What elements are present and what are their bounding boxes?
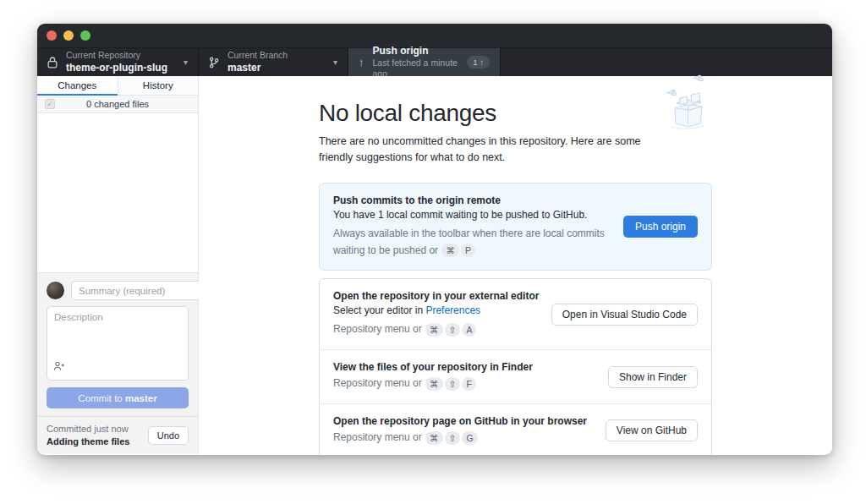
zoom-button[interactable] [80,30,90,41]
suggestions-group: Open the repository in your external edi… [319,278,712,455]
card-title: Push commits to the origin remote [333,194,611,206]
push-origin-button[interactable]: Push origin [623,216,698,238]
traffic-lights [47,30,90,41]
cmd-key: ⌘ [425,431,443,445]
card-title: View the files of your repository in Fin… [333,361,596,373]
summary-input[interactable] [71,281,216,300]
p-key: P [461,244,475,257]
cmd-key: ⌘ [425,323,443,337]
branch-name: master [227,62,328,74]
view-on-github-button[interactable]: View on GitHub [606,419,698,441]
repository-label: Current Repository [66,50,178,61]
add-coauthor-icon[interactable] [53,359,65,375]
shift-key: ⇧ [445,431,461,445]
card-hint: Repository menu or ⌘⇧A [333,321,540,338]
editor-suggestion-card: Open the repository in your external edi… [320,279,711,349]
shift-key: ⇧ [445,377,461,391]
undo-button[interactable]: Undo [148,426,189,445]
github-suggestion-card: Open the repository page on GitHub in yo… [320,403,711,455]
undo-bar: Committed just now Adding theme files Un… [37,416,198,454]
avatar [47,282,64,299]
repository-name: theme-or-plugin-slug [66,62,178,74]
toolbar: Current Repository theme-or-plugin-slug … [37,47,832,76]
chevron-down-icon: ▾ [184,58,188,67]
no-changes-illustration [663,74,712,134]
preferences-link[interactable]: Preferences [425,304,480,316]
minimize-button[interactable] [63,30,74,41]
a-key: A [462,323,476,337]
page-title: No local changes [319,100,712,127]
card-title: Open the repository in your external edi… [333,290,540,302]
show-in-finder-button[interactable]: Show in Finder [608,366,698,388]
cmd-key: ⌘ [425,377,443,391]
changed-files-count: 0 changed files [37,99,198,109]
card-hint: Repository menu or ⌘⇧G [333,430,594,446]
push-count-badge: 1 ↑ [467,56,490,68]
push-label: Push origin [373,45,463,58]
g-key: G [462,431,477,445]
sidebar-tabbar: Changes History [37,76,198,96]
shift-key: ⇧ [445,323,461,337]
commit-button[interactable]: Commit to master [47,387,189,408]
card-body: Select your editor in Preferences [333,304,540,316]
main-panel: No local changes There are no uncommitte… [199,76,832,454]
card-body: You have 1 local commit waiting to be pu… [333,209,611,221]
current-branch-button[interactable]: Current Branch master ▾ [199,48,348,76]
branch-icon [209,57,219,68]
lock-icon [47,57,58,68]
select-all-checkbox[interactable]: ✓ [45,99,55,109]
commit-message: Adding theme files [47,436,129,448]
changed-files-row: ✓ 0 changed files [37,96,198,113]
tab-history[interactable]: History [118,76,199,96]
description-box [47,306,189,381]
commit-form: Commit to master [37,272,198,416]
chevron-down-icon: ▾ [333,58,337,67]
arrow-up-icon: ↑ [359,56,364,68]
app-window: Current Repository theme-or-plugin-slug … [37,24,832,455]
description-input[interactable] [47,307,188,361]
sidebar: Changes History ✓ 0 changed files [37,76,199,454]
push-suggestion-card: Push commits to the origin remote You ha… [319,183,712,271]
card-title: Open the repository page on GitHub in yo… [333,415,594,427]
page-subtitle: There are no uncommitted changes in this… [319,134,657,167]
card-hint: Repository menu or ⌘⇧F [333,375,596,392]
committed-status: Committed just now [47,423,129,436]
current-repository-button[interactable]: Current Repository theme-or-plugin-slug … [37,48,199,76]
f-key: F [462,377,475,391]
tab-changes[interactable]: Changes [37,76,118,96]
finder-suggestion-card: View the files of your repository in Fin… [320,349,711,403]
card-hint: Always available in the toolbar when the… [333,226,611,260]
close-button[interactable] [47,30,57,41]
open-in-editor-button[interactable]: Open in Visual Studio Code [551,304,698,326]
push-origin-toolbar-button[interactable]: ↑ Push origin Last fetched a minute ago … [348,48,501,76]
branch-label: Current Branch [227,50,328,61]
cmd-key: ⌘ [441,244,459,257]
file-list [37,113,198,272]
titlebar [37,24,832,47]
